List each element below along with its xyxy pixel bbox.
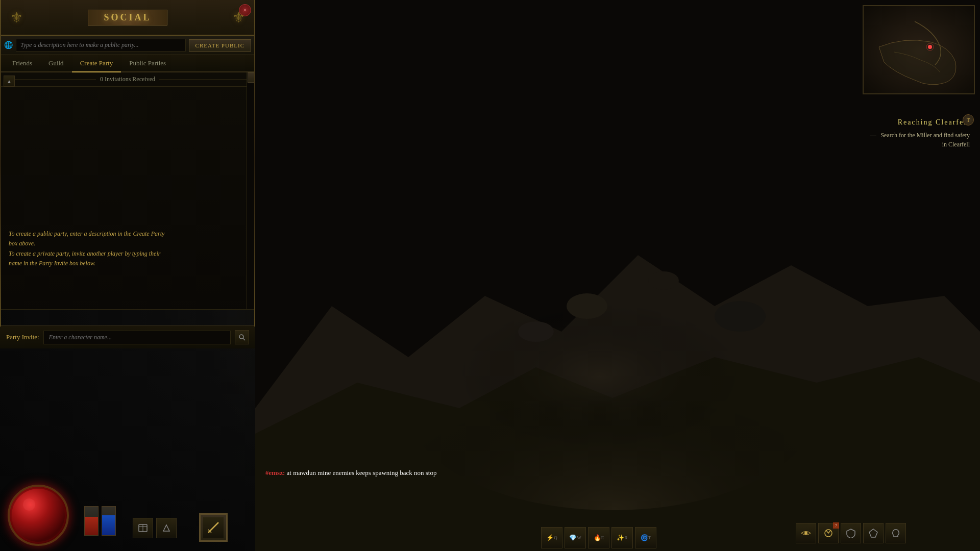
skill-t-icon: 🌀: [641, 534, 648, 542]
middle-hud-area: [133, 518, 177, 538]
search-icon: [238, 334, 246, 341]
flasks-container: 1 2: [84, 506, 116, 536]
svg-marker-25: [869, 529, 877, 537]
eye-icon: [801, 530, 811, 537]
skill-t-key: T: [648, 535, 651, 540]
skill-r-slot[interactable]: ✨ R: [611, 527, 633, 548]
skills-icon: [162, 524, 171, 532]
tab-friends[interactable]: Friends: [4, 55, 40, 72]
skill-e-icon: 🔥: [594, 534, 601, 542]
skill-power-button[interactable]: 7: [818, 523, 839, 543]
skill-t-container: 🌀 T: [635, 527, 656, 548]
quest-desc-line1: Search for the Miller and find safety: [880, 132, 970, 139]
tab-guild[interactable]: Guild: [40, 55, 72, 72]
scroll-up-button[interactable]: ▲: [4, 76, 15, 87]
chat-text: at mawdun mine enemies keeps spawning ba…: [287, 469, 437, 477]
party-invite-label: Party Invite:: [6, 333, 39, 341]
party-invite-input[interactable]: [43, 331, 231, 344]
party-invite-bar: Party Invite:: [0, 325, 255, 348]
svg-point-9: [239, 335, 243, 339]
quest-title: Reaching Clearfell: [898, 118, 970, 127]
skill-w-container: 💎 W: [565, 527, 586, 548]
flask-1-fill: [85, 517, 98, 535]
skill-r-icon: ✨: [617, 534, 624, 542]
help-line3: To create a private party, invite anothe…: [9, 250, 160, 257]
skill-w-icon: 💎: [569, 534, 577, 542]
create-public-input[interactable]: [16, 39, 186, 52]
skill-shield-button[interactable]: [841, 523, 861, 543]
skill-e-container: 🔥 E: [588, 527, 609, 548]
minimap-content: [864, 6, 974, 93]
invitations-count: 0: [100, 76, 103, 83]
chat-sender: #emsz:: [265, 469, 285, 477]
skill-keys-row: ⚡ Q 💎 W 🔥 E ✨ R 🌀 T: [541, 527, 656, 548]
skills-button[interactable]: [156, 518, 177, 538]
skill-q-slot[interactable]: ⚡ Q: [541, 527, 562, 548]
create-public-button[interactable]: CREATE PUBLIC: [189, 39, 251, 52]
health-orb-svg: [10, 487, 67, 544]
panel-border-right: [254, 0, 255, 327]
tab-public-parties[interactable]: Public Parties: [121, 55, 174, 72]
skill-w-key: W: [577, 535, 581, 540]
skill-q-container: ⚡ Q: [541, 527, 562, 548]
skill-q-key: Q: [554, 535, 557, 540]
mana-orb: [911, 485, 972, 546]
search-button[interactable]: [235, 330, 249, 344]
inventory-button[interactable]: [133, 518, 153, 538]
svg-point-16: [915, 489, 968, 542]
chat-message: #emsz: at mawdun mine enemies keeps spaw…: [265, 469, 436, 477]
power-icon: [823, 528, 834, 538]
quest-description: — Search for the Miller and find safety …: [870, 131, 970, 149]
skill-q-icon: ⚡: [546, 534, 554, 542]
skill-r-key: R: [624, 535, 627, 540]
help-line2: box above.: [9, 240, 35, 247]
svg-point-14: [12, 489, 65, 542]
invitations-label: Invitations Received: [105, 76, 155, 83]
svg-point-15: [23, 498, 35, 511]
panel-border-left: [0, 0, 1, 327]
quest-log: Reaching Clearfell T — Search for the Mi…: [870, 117, 970, 149]
skill-r-container: ✨ R: [611, 527, 633, 548]
skill-e-key: E: [601, 535, 604, 540]
skill-e-slot[interactable]: 🔥 E: [588, 527, 609, 548]
skill-w-slot[interactable]: 💎 W: [565, 527, 586, 548]
help-line1: To create a public party, enter a descri…: [9, 230, 164, 237]
flask-1[interactable]: 1: [84, 506, 99, 536]
close-button[interactable]: ×: [239, 4, 251, 16]
scroll-thumb[interactable]: [248, 72, 255, 83]
help-text: To create a public party, enter a descri…: [9, 229, 247, 268]
health-orb: [8, 485, 69, 546]
right-skill-slots: 7: [796, 523, 906, 543]
quest-desc-line2: in Clearfell: [942, 141, 970, 148]
skill-skull-button[interactable]: [886, 523, 906, 543]
svg-point-12: [928, 45, 932, 49]
globe-icon: 🌐: [4, 41, 13, 49]
tabs-bar: Friends Guild Create Party Public Partie…: [0, 55, 255, 72]
quest-container: Reaching Clearfell T: [898, 118, 970, 131]
panel-body: ▲ 0 Invitations Received To create a pub…: [0, 72, 255, 310]
skill-t-slot[interactable]: 🌀 T: [635, 527, 656, 548]
shield-icon: [846, 528, 856, 538]
sword-icon: [204, 518, 223, 537]
skill-badge: 7: [833, 522, 839, 529]
scroll-track[interactable]: [247, 72, 255, 309]
mana-orb-svg: [913, 487, 970, 544]
create-public-bar: 🌐 CREATE PUBLIC: [0, 36, 255, 55]
inventory-icon: [138, 524, 148, 532]
skill-gem-button[interactable]: [863, 523, 884, 543]
t-badge[interactable]: T: [963, 114, 974, 126]
panel-header: Social ×: [0, 0, 255, 36]
flask-2-fill: [102, 515, 115, 535]
skull-icon: [891, 528, 901, 538]
gem-icon: [868, 528, 878, 538]
svg-line-10: [243, 338, 245, 340]
tab-create-party[interactable]: Create Party: [72, 55, 121, 72]
main-attack-button[interactable]: [199, 513, 228, 542]
social-panel: Social × 🌐 CREATE PUBLIC Friends Guild C…: [0, 0, 255, 327]
minimap: [863, 5, 975, 94]
skill-eye-button[interactable]: [796, 523, 816, 543]
flask-2[interactable]: 2: [102, 506, 116, 536]
svg-point-17: [926, 498, 939, 511]
main-attack-icon: [203, 517, 224, 538]
help-line4: name in the Party Invite box below.: [9, 260, 95, 267]
